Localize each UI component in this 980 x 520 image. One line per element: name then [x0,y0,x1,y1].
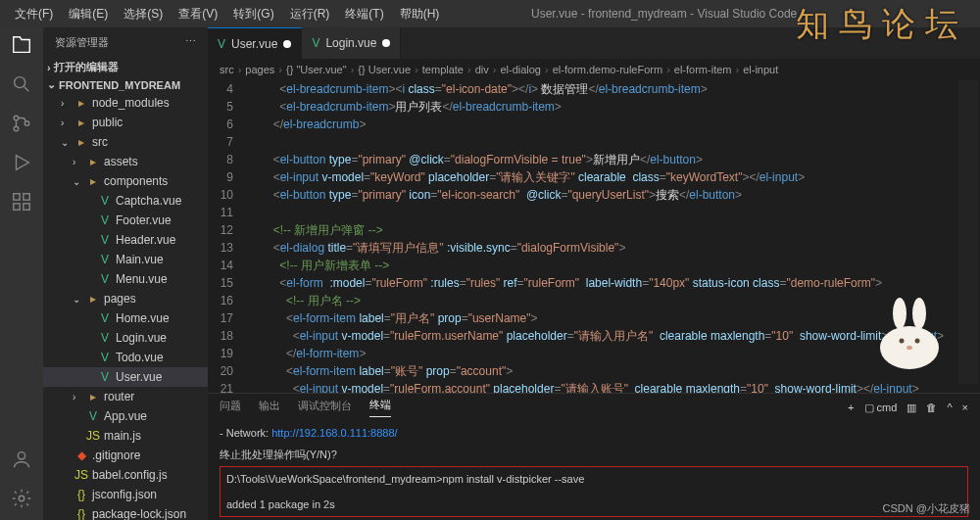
svg-point-2 [14,126,19,131]
tree-item[interactable]: VLogin.vue [43,328,208,348]
tree-item[interactable]: ⌄▸src [43,132,208,152]
titlebar: 文件(F)编辑(E)选择(S)查看(V)转到(G)运行(R)终端(T)帮助(H)… [0,0,980,27]
panel-tab[interactable]: 输出 [259,399,280,417]
menu-bar: 文件(F)编辑(E)选择(S)查看(V)转到(G)运行(R)终端(T)帮助(H) [0,2,446,26]
tree-item[interactable]: VHeader.vue [43,230,208,250]
svg-rect-4 [14,194,20,200]
code-editor[interactable]: 4567891011121314151617181920212223242526… [208,80,980,393]
split-icon[interactable]: ▥ [906,402,916,414]
project-section[interactable]: ⌄FRONTEND_MYDREAM [43,76,208,93]
terminal[interactable]: - Network: http://192.168.0.111:8888/ 终止… [208,421,980,520]
svg-rect-6 [14,204,20,210]
editor-tab[interactable]: VLogin.vue [302,27,401,59]
tree-item[interactable]: ⌄▸components [43,171,208,191]
plus-icon[interactable]: + [848,402,854,413]
open-editors-section[interactable]: ›打开的编辑器 [43,58,208,76]
svg-point-8 [18,452,24,459]
gutter: 4567891011121314151617181920212223242526… [208,80,247,393]
menu-item[interactable]: 查看(V) [172,2,224,26]
explorer-sidebar: 资源管理器 ⋯ ›打开的编辑器 ⌄FRONTEND_MYDREAM ›▸node… [43,27,208,520]
gear-icon[interactable] [10,487,33,510]
source-control-icon[interactable] [10,112,33,135]
breadcrumb-item[interactable]: el-form-item [674,64,732,75]
menu-item[interactable]: 编辑(E) [62,2,115,26]
svg-rect-5 [24,194,29,200]
window-title: User.vue - frontend_mydream - Visual Stu… [446,7,882,21]
svg-point-1 [14,116,19,120]
breadcrumb-item[interactable]: {} User.vue [358,64,411,75]
tree-item[interactable]: ◆.gitignore [43,446,208,465]
breadcrumb-item[interactable]: pages [245,64,274,75]
close-panel-icon[interactable]: × [962,402,968,413]
tree-item[interactable]: ›▸assets [43,152,208,171]
panel-tab[interactable]: 终端 [369,398,391,417]
tree-item[interactable]: VHome.vue [43,308,208,328]
menu-item[interactable]: 运行(R) [283,2,337,26]
svg-point-9 [19,496,24,501]
tree-item[interactable]: VFooter.vue [43,211,208,230]
breadcrumb-item[interactable]: el-input [743,64,778,75]
svg-point-3 [24,121,29,126]
minimap[interactable] [958,80,978,384]
tree-item[interactable]: VCaptcha.vue [43,191,208,211]
tree-item[interactable]: ›▸public [43,113,208,132]
tree-item[interactable]: VMain.vue [43,250,208,269]
tree-item[interactable]: JSmain.js [43,426,208,446]
tree-item[interactable]: ⌄▸pages [43,289,208,308]
menu-item[interactable]: 文件(F) [8,2,60,26]
svg-rect-7 [24,204,29,210]
sidebar-title: 资源管理器 [55,35,109,50]
tree-item[interactable]: VUser.vue [43,367,208,387]
editor-tab[interactable]: VUser.vue [208,27,302,59]
tree-item[interactable]: VMenu.vue [43,269,208,289]
breadcrumb-item[interactable]: template [422,64,464,75]
bottom-panel: 问题输出调试控制台终端+▢ cmd▥🗑^× - Network: http://… [208,393,980,520]
breadcrumb-item[interactable]: el-form.demo-ruleForm [553,64,662,75]
tree-item[interactable]: {}package-lock.json [43,504,208,520]
breadcrumb-item[interactable]: div [475,64,489,75]
editor-area: VUser.vueVLogin.vue src›pages›{} "User.v… [208,27,980,520]
extensions-icon[interactable] [10,190,33,213]
breadcrumb-item[interactable]: {} "User.vue" [286,64,347,75]
menu-item[interactable]: 终端(T) [338,2,390,26]
more-icon[interactable]: ⋯ [185,35,196,50]
svg-point-0 [15,77,25,88]
code-lines[interactable]: <el-breadcrumb-item><i class="el-icon-da… [247,80,980,393]
menu-item[interactable]: 帮助(H) [393,2,447,26]
sidebar-header: 资源管理器 ⋯ [43,27,208,58]
menu-item[interactable]: 选择(S) [117,2,170,26]
tree-item[interactable]: VTodo.vue [43,348,208,367]
editor-tabs: VUser.vueVLogin.vue [208,27,980,59]
breadcrumb[interactable]: src›pages›{} "User.vue"›{} User.vue›temp… [208,59,980,80]
panel-tab[interactable]: 问题 [220,399,241,417]
terminal-prompt: 终止批处理操作吗(Y/N)? [220,447,968,462]
panel-tab[interactable]: 调试控制台 [298,399,352,417]
tree-item[interactable]: VApp.vue [43,406,208,426]
network-url[interactable]: http://192.168.0.111:8888/ [271,427,397,439]
breadcrumb-item[interactable]: el-dialog [500,64,541,75]
debug-icon[interactable] [10,151,33,174]
activity-bar [0,27,43,520]
search-icon[interactable] [10,72,33,96]
panel-tabs: 问题输出调试控制台终端+▢ cmd▥🗑^× [208,394,980,421]
tree-item[interactable]: ›▸node_modules [43,93,208,113]
explorer-icon[interactable] [10,33,33,57]
shell-selector[interactable]: ▢ cmd [864,402,898,414]
tree-item[interactable]: {}jsconfig.json [43,485,208,504]
breadcrumb-item[interactable]: src [220,64,234,75]
file-tree: ›▸node_modules›▸public⌄▸src›▸assets⌄▸com… [43,93,208,520]
highlighted-command: D:\Tools\VueWorkSpace\frontend_mydream>n… [220,466,968,517]
account-icon[interactable] [10,448,33,471]
tree-item[interactable]: ›▸router [43,387,208,406]
menu-item[interactable]: 转到(G) [226,2,280,26]
trash-icon[interactable]: 🗑 [926,402,937,413]
maximize-icon[interactable]: ^ [947,402,952,413]
tree-item[interactable]: JSbabel.config.js [43,465,208,485]
